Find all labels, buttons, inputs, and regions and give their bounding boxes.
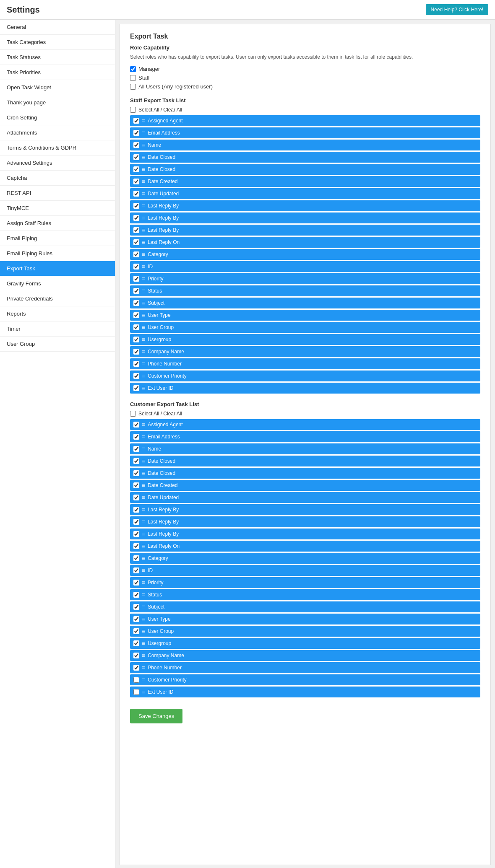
task-checkbox[interactable] <box>133 555 139 561</box>
drag-icon: ≡ <box>142 579 145 586</box>
task-checkbox[interactable] <box>133 154 139 160</box>
role-checkbox-0[interactable] <box>130 66 136 72</box>
task-item-label: Category <box>148 251 477 257</box>
sidebar-item-rest-api[interactable]: REST API <box>0 186 115 201</box>
drag-icon: ≡ <box>142 300 145 306</box>
task-checkbox[interactable] <box>133 422 139 428</box>
task-checkbox[interactable] <box>133 239 139 245</box>
task-checkbox[interactable] <box>133 677 139 683</box>
customer-export-section: Customer Export Task List Select All / C… <box>130 401 480 697</box>
task-item-label: Email Address <box>148 130 477 136</box>
role-option-1: Staff <box>130 75 480 81</box>
task-checkbox[interactable] <box>133 482 139 488</box>
role-checkbox-2[interactable] <box>130 84 136 90</box>
task-checkbox[interactable] <box>133 215 139 221</box>
sidebar-item-tinymce[interactable]: TinyMCE <box>0 201 115 216</box>
sidebar-item-private-credentials[interactable]: Private Credentials <box>0 291 115 306</box>
drag-icon: ≡ <box>142 470 145 477</box>
sidebar-item-gravity-forms[interactable]: Gravity Forms <box>0 276 115 291</box>
task-checkbox[interactable] <box>133 592 139 598</box>
sidebar-item-export-task[interactable]: Export Task <box>0 261 115 276</box>
task-checkbox[interactable] <box>133 628 139 634</box>
task-item-label: Date Updated <box>148 191 477 197</box>
task-checkbox[interactable] <box>133 604 139 610</box>
drag-icon: ≡ <box>142 324 145 331</box>
task-checkbox[interactable] <box>133 130 139 136</box>
task-checkbox[interactable] <box>133 385 139 391</box>
sidebar-item-cron-setting[interactable]: Cron Setting <box>0 110 115 125</box>
task-checkbox[interactable] <box>133 531 139 537</box>
task-checkbox[interactable] <box>133 264 139 269</box>
staff-select-all-checkbox[interactable] <box>130 107 136 113</box>
task-item-label: Assigned Agent <box>148 118 477 124</box>
task-checkbox[interactable] <box>133 507 139 513</box>
task-item-label: User Type <box>148 312 477 318</box>
task-checkbox[interactable] <box>133 543 139 549</box>
task-checkbox[interactable] <box>133 166 139 172</box>
drag-icon: ≡ <box>142 506 145 513</box>
sidebar-item-task-priorities[interactable]: Task Priorities <box>0 65 115 80</box>
sidebar-item-open-task-widget[interactable]: Open Task Widget <box>0 80 115 95</box>
sidebar-item-assign-staff-rules[interactable]: Assign Staff Rules <box>0 216 115 231</box>
sidebar-item-captcha[interactable]: Captcha <box>0 171 115 186</box>
task-checkbox[interactable] <box>133 373 139 379</box>
task-checkbox[interactable] <box>133 665 139 671</box>
save-button[interactable]: Save Changes <box>130 709 182 723</box>
task-item-label: Customer Priority <box>148 373 477 379</box>
task-item-label: Category <box>148 555 477 561</box>
task-checkbox[interactable] <box>133 191 139 197</box>
sidebar-item-reports[interactable]: Reports <box>0 306 115 321</box>
sidebar-item-user-group[interactable]: User Group <box>0 337 115 352</box>
task-item: ≡ID <box>130 565 480 576</box>
task-checkbox[interactable] <box>133 312 139 318</box>
sidebar-item-terms--conditions--gdpr[interactable]: Terms & Conditions & GDPR <box>0 140 115 155</box>
role-checkbox-1[interactable] <box>130 75 136 81</box>
task-checkbox[interactable] <box>133 580 139 586</box>
sidebar-item-email-piping-rules[interactable]: Email Piping Rules <box>0 246 115 261</box>
task-checkbox[interactable] <box>133 300 139 306</box>
task-checkbox[interactable] <box>133 653 139 658</box>
sidebar-item-timer[interactable]: Timer <box>0 321 115 337</box>
task-checkbox[interactable] <box>133 446 139 452</box>
task-checkbox[interactable] <box>133 616 139 622</box>
task-checkbox[interactable] <box>133 495 139 500</box>
task-checkbox[interactable] <box>133 519 139 525</box>
task-checkbox[interactable] <box>133 434 139 440</box>
task-checkbox[interactable] <box>133 227 139 233</box>
task-checkbox[interactable] <box>133 458 139 464</box>
sidebar-item-task-categories[interactable]: Task Categories <box>0 35 115 50</box>
task-checkbox[interactable] <box>133 337 139 342</box>
customer-select-all-checkbox[interactable] <box>130 411 136 417</box>
sidebar-item-attachments[interactable]: Attachments <box>0 125 115 140</box>
role-label-0: Manager <box>138 66 160 72</box>
task-checkbox[interactable] <box>133 640 139 646</box>
staff-export-title: Staff Export Task List <box>130 97 480 104</box>
task-checkbox[interactable] <box>133 118 139 124</box>
task-checkbox[interactable] <box>133 251 139 257</box>
task-item-label: Subject <box>148 300 477 306</box>
task-checkbox[interactable] <box>133 203 139 209</box>
task-checkbox[interactable] <box>133 179 139 184</box>
task-checkbox[interactable] <box>133 324 139 330</box>
sidebar-item-general[interactable]: General <box>0 20 115 35</box>
layout: GeneralTask CategoriesTask StatusesTask … <box>0 20 495 868</box>
task-checkbox[interactable] <box>133 361 139 367</box>
task-item: ≡Ext User ID <box>130 383 480 394</box>
task-checkbox[interactable] <box>133 567 139 573</box>
drag-icon: ≡ <box>142 616 145 622</box>
sidebar-item-task-statuses[interactable]: Task Statuses <box>0 50 115 65</box>
task-item-label: Company Name <box>148 653 477 658</box>
task-checkbox[interactable] <box>133 470 139 476</box>
sidebar-item-thank-you-page[interactable]: Thank you page <box>0 95 115 110</box>
task-checkbox[interactable] <box>133 288 139 294</box>
sidebar-item-email-piping[interactable]: Email Piping <box>0 231 115 246</box>
task-item: ≡Company Name <box>130 346 480 357</box>
task-item-label: Phone Number <box>148 361 477 367</box>
task-checkbox[interactable] <box>133 349 139 355</box>
sidebar-item-advanced-settings[interactable]: Advanced Settings <box>0 155 115 171</box>
task-checkbox[interactable] <box>133 689 139 695</box>
task-checkbox[interactable] <box>133 276 139 282</box>
task-checkbox[interactable] <box>133 142 139 148</box>
task-item-label: Date Created <box>148 179 477 184</box>
help-button[interactable]: Need Help? Click Here! <box>426 4 488 15</box>
